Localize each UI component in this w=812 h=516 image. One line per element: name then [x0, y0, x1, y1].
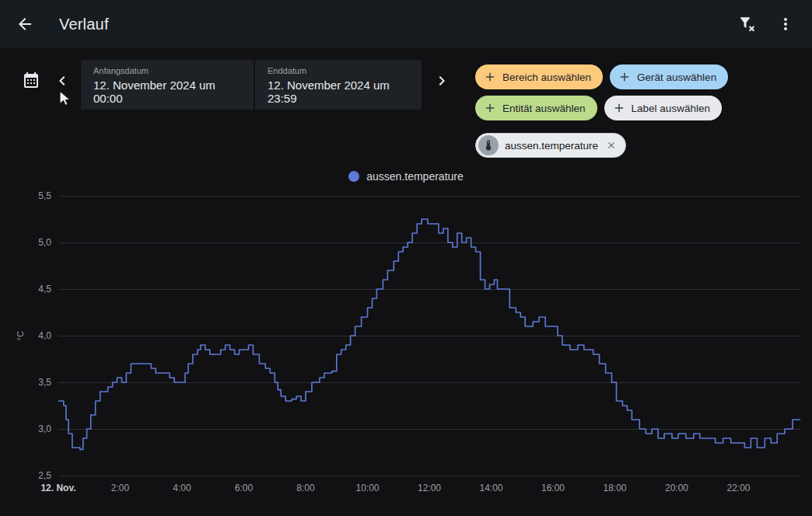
end-date-field[interactable]: Enddatum 12. November 2024 um 23:59 [255, 60, 422, 110]
chip-row-1: Bereich auswählen Gerät auswählen [475, 64, 728, 89]
start-date-field[interactable]: Anfangsdatum 12. November 2024 um 00:00 [81, 60, 254, 110]
svg-text:5,5: 5,5 [38, 190, 51, 201]
chart-legend[interactable]: aussen.temperature [0, 170, 812, 183]
chevron-right-icon [432, 71, 451, 90]
svg-text:2,5: 2,5 [38, 470, 51, 481]
svg-text:22:00: 22:00 [726, 483, 750, 493]
svg-text:4,0: 4,0 [38, 330, 51, 341]
remove-entity-icon[interactable] [604, 138, 618, 152]
svg-text:5,0: 5,0 [38, 237, 51, 248]
back-button[interactable] [9, 9, 40, 40]
selected-entity-name: aussen.temperature [505, 140, 598, 152]
select-area-label: Bereich auswählen [502, 71, 591, 83]
svg-text:2:00: 2:00 [111, 483, 130, 493]
svg-text:4,5: 4,5 [38, 284, 51, 295]
filter-chips: Bereich auswählen Gerät auswählen Entitä… [475, 64, 728, 164]
calendar-icon [22, 71, 40, 90]
select-label-label: Label auswählen [632, 103, 710, 114]
svg-text:10:00: 10:00 [355, 483, 379, 493]
start-date-label: Anfangsdatum [93, 66, 241, 75]
previous-period-button[interactable] [47, 65, 78, 96]
selected-entity-chip[interactable]: aussen.temperature [475, 133, 626, 158]
svg-text:3,0: 3,0 [38, 424, 51, 434]
svg-text:3,5: 3,5 [38, 377, 51, 388]
plus-icon [612, 101, 626, 115]
app: Verlauf Anfangsdatum 12. November 2024 u… [0, 0, 812, 516]
svg-text:18:00: 18:00 [603, 483, 626, 493]
app-header: Verlauf [0, 0, 812, 48]
svg-text:12. Nov.: 12. Nov. [40, 483, 75, 493]
thermometer-icon [478, 135, 499, 155]
page-title: Verlauf [59, 16, 109, 33]
end-date-label: Enddatum [268, 66, 409, 75]
remove-filters-button[interactable] [731, 9, 762, 40]
legend-marker [348, 171, 359, 182]
next-period-button[interactable] [426, 65, 457, 96]
select-device-chip[interactable]: Gerät auswählen [610, 64, 728, 89]
history-chart[interactable]: 5,55,04,54,03,53,02,512. Nov.2:004:006:0… [0, 187, 812, 509]
start-date-value: 12. November 2024 um 00:00 [93, 78, 241, 105]
overflow-menu-button[interactable] [770, 9, 801, 40]
chip-row-selected: aussen.temperature [475, 133, 728, 158]
chip-row-2: Entität auswählen Label auswählen [475, 96, 728, 120]
plus-icon [483, 70, 497, 84]
svg-text:8:00: 8:00 [296, 483, 315, 493]
select-entity-label: Entität auswählen [502, 103, 586, 114]
svg-text:°C: °C [16, 331, 25, 340]
chevron-left-icon [53, 71, 72, 90]
svg-text:16:00: 16:00 [541, 483, 565, 493]
select-entity-chip[interactable]: Entität auswählen [475, 96, 597, 120]
plus-icon [618, 70, 632, 84]
select-area-chip[interactable]: Bereich auswählen [475, 64, 603, 89]
select-label-chip[interactable]: Label auswählen [604, 96, 722, 120]
calendar-picker-button[interactable] [16, 65, 47, 96]
svg-text:6:00: 6:00 [235, 483, 254, 493]
plus-icon [483, 101, 497, 115]
filter-remove-icon [737, 15, 756, 33]
svg-text:20:00: 20:00 [665, 483, 688, 493]
select-device-label: Gerät auswählen [637, 71, 716, 83]
date-range-fields: Anfangsdatum 12. November 2024 um 00:00 … [81, 60, 422, 110]
svg-text:14:00: 14:00 [479, 483, 502, 493]
legend-label: aussen.temperature [366, 170, 464, 183]
svg-text:4:00: 4:00 [173, 483, 191, 493]
dots-vertical-icon [776, 15, 795, 33]
svg-text:12:00: 12:00 [418, 483, 441, 493]
end-date-value: 12. November 2024 um 23:59 [268, 78, 409, 105]
arrow-left-icon [16, 15, 34, 33]
